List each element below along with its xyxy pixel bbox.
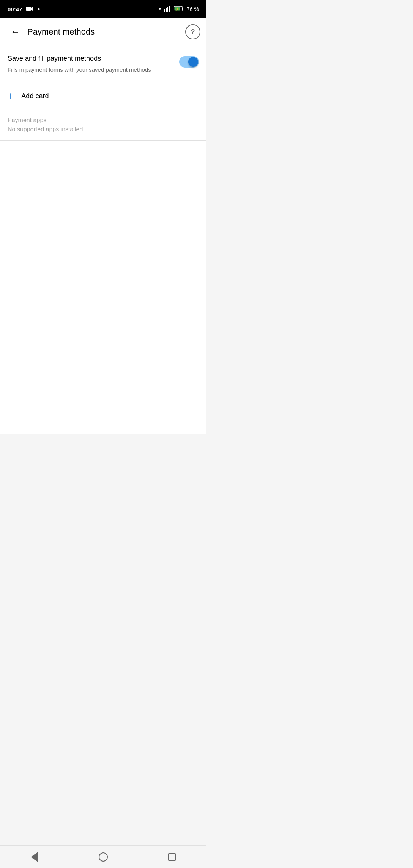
add-card-button[interactable]: + Add card [0, 83, 206, 109]
svg-rect-7 [182, 8, 183, 10]
svg-rect-0 [26, 7, 31, 11]
back-arrow-icon: ← [11, 27, 20, 37]
help-button[interactable]: ? [185, 24, 200, 39]
signal-icon [164, 6, 171, 13]
status-bar: 00:47 • • ⚡ 76 % [0, 0, 206, 18]
payment-apps-title: Payment apps [8, 117, 199, 124]
svg-text:⚡: ⚡ [175, 8, 179, 11]
toggle-text: Save and fill payment methods Fills in p… [8, 55, 173, 74]
battery-percent: 76 % [187, 6, 199, 12]
add-icon: + [8, 91, 14, 101]
status-left: 00:47 • [8, 5, 40, 13]
status-right: • ⚡ 76 % [159, 6, 199, 13]
toggle-subtitle: Fills in payment forms with your saved p… [8, 66, 173, 74]
dot-indicator-right: • [159, 6, 161, 13]
toggle-title: Save and fill payment methods [8, 55, 173, 63]
page-title: Payment methods [27, 27, 185, 37]
toggle-thumb [188, 57, 198, 67]
dot-indicator: • [37, 5, 40, 13]
add-card-label: Add card [21, 92, 49, 100]
svg-rect-2 [164, 9, 165, 12]
payment-apps-subtitle: No supported apps installed [8, 126, 199, 133]
battery-icon: ⚡ [174, 6, 184, 13]
status-time: 00:47 [8, 6, 22, 13]
svg-rect-4 [167, 7, 168, 12]
app-bar: ← Payment methods ? [0, 18, 206, 46]
svg-rect-3 [166, 8, 167, 12]
toggle-section: Save and fill payment methods Fills in p… [0, 46, 206, 83]
back-button[interactable]: ← [6, 23, 24, 41]
camera-icon [26, 6, 33, 13]
svg-marker-1 [31, 6, 33, 11]
save-fill-toggle[interactable] [179, 56, 199, 68]
svg-rect-5 [169, 6, 170, 12]
payment-apps-section: Payment apps No supported apps installed [0, 109, 206, 141]
empty-content-area [0, 141, 206, 434]
help-icon: ? [191, 28, 195, 36]
add-card-section: + Add card [0, 83, 206, 109]
